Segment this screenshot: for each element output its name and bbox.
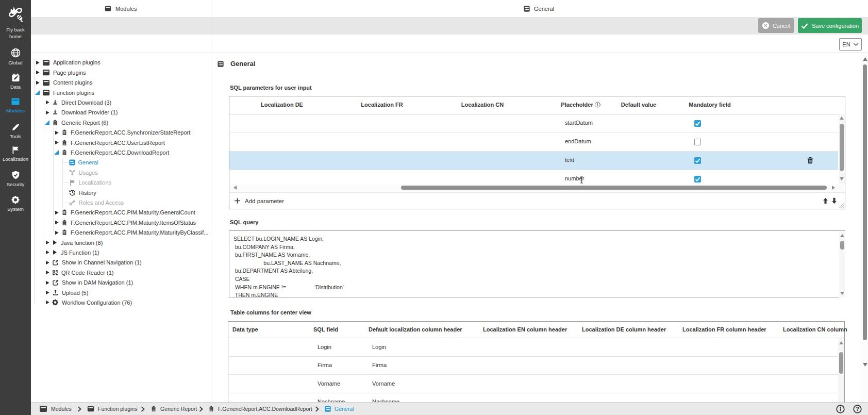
svg-text:?: ? <box>856 406 859 412</box>
